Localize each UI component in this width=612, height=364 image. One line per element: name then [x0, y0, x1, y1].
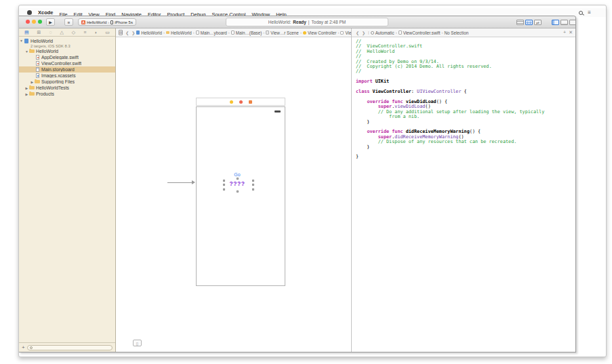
row-label: HelloWorldTests	[36, 85, 69, 90]
add-file-button[interactable]: +	[22, 345, 25, 350]
document-outline-toggle[interactable]: ▯	[133, 340, 142, 346]
code-line: // HelloWorld	[356, 49, 575, 54]
report-navigator-tab[interactable]: ▭	[105, 30, 110, 35]
jump-bar-segment-helloworld[interactable]: HelloWorld	[166, 31, 192, 35]
forward-button[interactable]: ❯	[131, 31, 135, 35]
jump-bar-segment-helloworld[interactable]: HelloWorld	[136, 31, 162, 35]
breakpoint-navigator-tab[interactable]: ◗	[94, 30, 97, 35]
project-icon	[136, 31, 140, 35]
jump-bar-segment-view[interactable]: View	[340, 31, 351, 35]
segment-label: HelloWorld	[171, 31, 192, 35]
stop-button[interactable]: ■	[64, 18, 73, 26]
apple-menu-icon[interactable]	[27, 10, 32, 15]
outline-toggle-icon: ▯	[136, 341, 138, 346]
navigator-row-viewcontroller-swift[interactable]: ViewController.swift	[19, 60, 115, 66]
navigator-row-images-xcassets[interactable]: Images.xcassets	[19, 73, 115, 79]
view-icon	[340, 31, 344, 35]
jump-bar-segment-automatic[interactable]: Automatic	[371, 31, 394, 35]
view-controller-icon[interactable]	[230, 100, 233, 104]
jump-bar-segment-main-yboard[interactable]: Main…yboard	[196, 31, 227, 35]
code-line	[356, 150, 575, 155]
go-button[interactable]: Go	[226, 172, 248, 177]
project-navigator: ▤⊞◌△◇≡◗▭ ▼HelloWorld2 targets, iOS SDK 8…	[19, 28, 116, 352]
add-assistant-button[interactable]: +	[563, 30, 566, 35]
project-navigator-tab[interactable]: ▤	[24, 30, 29, 35]
disclosure-triangle-icon[interactable]: ▶	[24, 92, 29, 96]
standard-editor-button[interactable]	[516, 20, 524, 25]
search-navigator-tab[interactable]: ◌	[49, 30, 52, 35]
back-button[interactable]: ❮	[125, 31, 129, 35]
symbol-navigator-tab[interactable]: ⊞	[37, 30, 41, 35]
spotlight-icon[interactable]	[579, 11, 583, 15]
navigator-row-helloworld[interactable]: ▼HelloWorld	[19, 48, 115, 54]
related-items-icon[interactable]: ⊞	[119, 30, 123, 35]
scheme-device: iPhone 5s	[115, 20, 133, 24]
jump-bar-segment-no-selection[interactable]: No Selection	[444, 31, 468, 35]
view-controller-view[interactable]: Go ????	[196, 106, 285, 286]
source-code[interactable]: //// ViewController.swift// HelloWorld//…	[352, 37, 575, 352]
jump-bar-separator: ›	[193, 31, 195, 35]
selection-handle[interactable]	[252, 184, 254, 186]
jump-bar-segment-view-controller[interactable]: View Controller	[303, 31, 337, 35]
disclosure-triangle-icon[interactable]: ▼	[24, 49, 29, 54]
selection-handle[interactable]	[223, 180, 225, 182]
navigator-row-helloworldtests[interactable]: ▶HelloWorldTests	[19, 85, 115, 91]
debug-area-toggle-button[interactable]	[560, 20, 568, 25]
selection-handle[interactable]	[252, 188, 254, 190]
code-line: }	[356, 155, 575, 159]
navigator-row-helloworld[interactable]: ▼HelloWorld2 targets, iOS SDK 8.3	[19, 38, 115, 48]
row-label: Images.xcassets	[41, 73, 76, 78]
issue-navigator-tab[interactable]: △	[60, 30, 63, 35]
version-editor-button[interactable]: ⇄	[534, 20, 542, 25]
disclosure-triangle-icon[interactable]: ▼	[19, 39, 24, 43]
navigator-tab-bar: ▤⊞◌△◇≡◗▭	[19, 28, 115, 37]
file-icon	[196, 31, 199, 35]
folder-icon	[29, 49, 35, 53]
filter-field[interactable]	[27, 345, 113, 350]
run-button[interactable]: ▶	[46, 18, 55, 26]
navigator-row-appdelegate-swift[interactable]: AppDelegate.swift	[19, 54, 115, 60]
menu-xcode[interactable]: Xcode	[38, 9, 54, 16]
close-assistant-button[interactable]: ✕	[569, 30, 573, 35]
jump-bar-segment-viewcontroller-swift[interactable]: ViewController.swift	[399, 31, 441, 35]
selection-handle[interactable]	[223, 188, 225, 190]
navigator-row-main-storyboard[interactable]: Main.storyboard	[19, 66, 115, 73]
storyboard-canvas[interactable]: Go ???? ▯	[116, 37, 351, 352]
exit-icon[interactable]	[249, 100, 252, 104]
navigator-toggle-button[interactable]	[552, 20, 559, 25]
code-line: }	[356, 145, 575, 150]
minimize-window-button[interactable]	[32, 20, 36, 24]
first-responder-icon[interactable]	[239, 100, 243, 104]
question-label[interactable]: ????	[221, 180, 253, 187]
back-button[interactable]: ❮	[356, 31, 359, 35]
assistant-editor-button[interactable]	[525, 20, 533, 25]
forward-button[interactable]: ❯	[362, 31, 365, 35]
row-label: Supporting Files	[41, 79, 75, 84]
selection-handle[interactable]	[237, 190, 239, 193]
selection-handle[interactable]	[252, 180, 254, 182]
filter-icon	[30, 346, 33, 349]
menu-list-icon[interactable]: ≡	[588, 10, 591, 16]
disclosure-triangle-icon[interactable]: ▶	[30, 80, 35, 84]
close-window-button[interactable]	[26, 20, 30, 24]
scene-dock	[196, 98, 285, 106]
jump-bar-segment-main-base-[interactable]: Main…(Base)	[231, 31, 262, 35]
canvas-jump-bar: ⊞ ❮ ❯ HelloWorld›HelloWorld›Main…yboard›…	[116, 28, 351, 37]
swift-file-icon	[399, 31, 402, 35]
disclosure-triangle-icon[interactable]: ▶	[24, 86, 29, 90]
navigator-filter-bar: +	[19, 342, 115, 352]
scheme-selector[interactable]: A HelloWorld › iPhone 5s	[78, 18, 136, 26]
selection-handle[interactable]	[223, 184, 225, 186]
zoom-window-button[interactable]	[38, 20, 42, 24]
navigator-row-supporting-files[interactable]: ▶Supporting Files	[19, 79, 115, 85]
xcode-window: ▶ ■ A HelloWorld › iPhone 5s HelloWorld:…	[19, 16, 576, 352]
jump-bar-segment-view-r-scene[interactable]: View…r Scene	[266, 31, 299, 35]
code-line: }	[356, 120, 575, 125]
selection-handle[interactable]	[237, 178, 239, 180]
scene-icon	[266, 31, 269, 35]
navigator-row-products[interactable]: ▶Products	[19, 91, 115, 97]
utilities-toggle-button[interactable]	[569, 20, 576, 25]
row-label: Products	[36, 92, 54, 96]
debug-navigator-tab[interactable]: ≡	[83, 30, 86, 35]
test-navigator-tab[interactable]: ◇	[72, 30, 75, 35]
